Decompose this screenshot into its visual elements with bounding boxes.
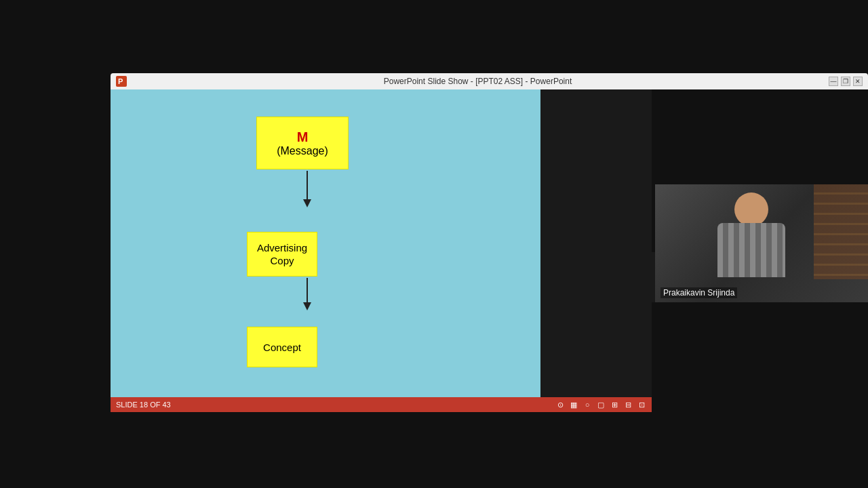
advertising-copy-text: Advertising Copy	[248, 241, 317, 268]
person-head	[734, 192, 768, 226]
minimize-button[interactable]: —	[829, 77, 838, 86]
arrow-1	[300, 171, 314, 209]
view-icon-3[interactable]: ○	[583, 400, 592, 409]
view-icon-5[interactable]: ⊞	[610, 400, 619, 409]
title-bar: P PowerPoint Slide Show - [PPT02 ASS] - …	[111, 73, 868, 89]
slide-area: M (Message) Advertising Copy Concept	[111, 89, 540, 404]
video-feed: Prakaikavin Srijinda	[655, 184, 868, 302]
message-letter: M	[297, 129, 309, 145]
svg-marker-3	[303, 199, 311, 207]
close-button[interactable]: ✕	[853, 77, 863, 86]
view-icon-6[interactable]: ⊟	[623, 400, 633, 409]
status-bar: SLIDE 18 OF 43 ⊙ ▦ ○ ▢ ⊞ ⊟ ⊡	[111, 397, 652, 412]
black-top-bar	[0, 0, 868, 73]
message-text: (Message)	[277, 145, 328, 157]
person-figure	[707, 192, 795, 281]
view-icon-1[interactable]: ⊙	[555, 400, 565, 409]
app-icon: P	[116, 76, 127, 87]
person-body	[717, 223, 785, 277]
black-right-lower-bar	[652, 302, 868, 426]
window-controls[interactable]: — ❐ ✕	[829, 77, 868, 86]
svg-marker-5	[303, 302, 311, 310]
person-area	[669, 191, 834, 282]
view-icon-4[interactable]: ▢	[596, 400, 606, 409]
video-background: Prakaikavin Srijinda	[655, 184, 868, 302]
slide-content: M (Message) Advertising Copy Concept	[111, 89, 540, 404]
view-icon-7[interactable]: ⊡	[637, 400, 646, 409]
restore-button[interactable]: ❐	[841, 77, 850, 86]
slide-counter: SLIDE 18 OF 43	[116, 401, 171, 409]
status-icons[interactable]: ⊙ ▦ ○ ▢ ⊞ ⊟ ⊡	[555, 400, 646, 409]
concept-box: Concept	[247, 327, 317, 367]
svg-text:P: P	[118, 77, 123, 85]
window-title: PowerPoint Slide Show - [PPT02 ASS] - Po…	[127, 77, 829, 86]
view-icon-2[interactable]: ▦	[569, 400, 578, 409]
video-name-label: Prakaikavin Srijinda	[660, 287, 737, 298]
concept-text: Concept	[263, 342, 301, 353]
arrow-2	[300, 278, 314, 312]
black-left-bar	[0, 73, 111, 426]
advertising-copy-box: Advertising Copy	[247, 232, 317, 277]
message-box: M (Message)	[256, 117, 349, 169]
